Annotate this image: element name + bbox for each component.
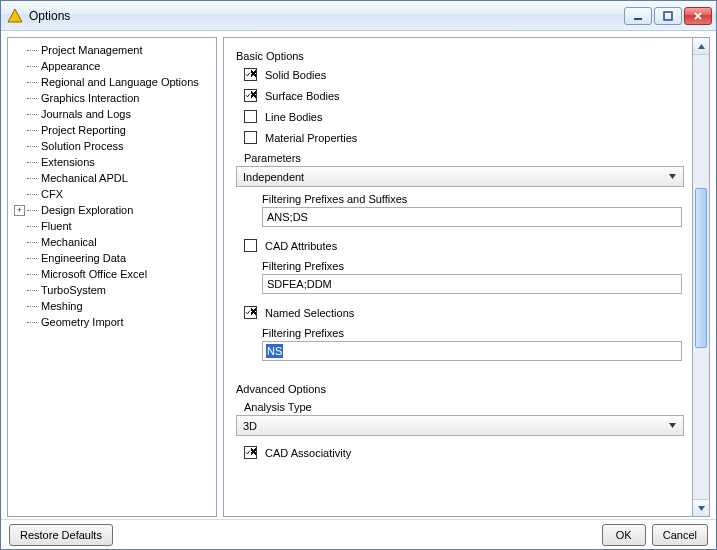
options-window: Options Project ManagementAppearanceRegi…: [0, 0, 717, 550]
tree-item[interactable]: Project Reporting: [12, 122, 216, 138]
tree-item[interactable]: Mechanical: [12, 234, 216, 250]
dialog-footer: Restore Defaults OK Cancel: [1, 519, 716, 549]
cad-associativity-row[interactable]: CAD Associativity: [244, 446, 680, 459]
tree-connector-icon: [27, 194, 37, 195]
restore-defaults-button[interactable]: Restore Defaults: [9, 524, 113, 546]
tree-connector-icon: [27, 226, 37, 227]
tree-item-label: Microsoft Office Excel: [39, 268, 149, 280]
tree-connector-icon: [27, 274, 37, 275]
tree-item-label: Mechanical APDL: [39, 172, 130, 184]
tree-item[interactable]: Meshing: [12, 298, 216, 314]
chevron-down-icon: [664, 168, 681, 185]
tree-item-label: Meshing: [39, 300, 85, 312]
tree-item[interactable]: Journals and Logs: [12, 106, 216, 122]
tree-connector-icon: [27, 322, 37, 323]
cancel-button[interactable]: Cancel: [652, 524, 708, 546]
svg-rect-2: [664, 12, 672, 20]
ok-button[interactable]: OK: [602, 524, 646, 546]
tree-item-label: Graphics Interaction: [39, 92, 141, 104]
svg-marker-0: [8, 9, 22, 22]
tree-item[interactable]: Geometry Import: [12, 314, 216, 330]
tree-item-label: Appearance: [39, 60, 102, 72]
parameters-label: Parameters: [244, 152, 680, 164]
tree-expand-spacer: [14, 45, 25, 56]
category-tree[interactable]: Project ManagementAppearanceRegional and…: [7, 37, 217, 517]
cad-associativity-label: CAD Associativity: [265, 447, 351, 459]
tree-connector-icon: [27, 66, 37, 67]
named-selections-row[interactable]: Named Selections: [244, 306, 680, 319]
tree-expand-icon[interactable]: +: [14, 205, 25, 216]
titlebar: Options: [1, 1, 716, 31]
scrollbar-thumb[interactable]: [695, 188, 707, 348]
tree-item[interactable]: +Design Exploration: [12, 202, 216, 218]
tree-item[interactable]: Extensions: [12, 154, 216, 170]
scroll-down-arrow-icon[interactable]: [693, 499, 709, 516]
tree-expand-spacer: [14, 173, 25, 184]
tree-expand-spacer: [14, 93, 25, 104]
surface-bodies-label: Surface Bodies: [265, 90, 340, 102]
analysis-type-label: Analysis Type: [244, 401, 680, 413]
analysis-type-dropdown[interactable]: 3D: [236, 415, 684, 436]
tree-connector-icon: [27, 210, 37, 211]
close-button[interactable]: [684, 7, 712, 25]
parameters-dropdown[interactable]: Independent: [236, 166, 684, 187]
ns-filter-label: Filtering Prefixes: [262, 327, 680, 339]
tree-item[interactable]: Graphics Interaction: [12, 90, 216, 106]
tree-item-label: Extensions: [39, 156, 97, 168]
cad-filter-input[interactable]: [262, 274, 682, 294]
cad-attributes-checkbox[interactable]: [244, 239, 257, 252]
cad-filter-label: Filtering Prefixes: [262, 260, 680, 272]
tree-expand-spacer: [14, 221, 25, 232]
maximize-button[interactable]: [654, 7, 682, 25]
tree-item[interactable]: Project Management: [12, 42, 216, 58]
tree-expand-spacer: [14, 317, 25, 328]
tree-item[interactable]: Solution Process: [12, 138, 216, 154]
vertical-scrollbar[interactable]: [693, 37, 710, 517]
named-selections-checkbox[interactable]: [244, 306, 257, 319]
tree-connector-icon: [27, 130, 37, 131]
cad-associativity-checkbox[interactable]: [244, 446, 257, 459]
tree-item-label: Journals and Logs: [39, 108, 133, 120]
tree-connector-icon: [27, 146, 37, 147]
tree-connector-icon: [27, 50, 37, 51]
line-bodies-row[interactable]: Line Bodies: [244, 110, 680, 123]
tree-connector-icon: [27, 290, 37, 291]
ns-filter-selected-text: NS: [266, 344, 283, 358]
tree-item-label: Mechanical: [39, 236, 99, 248]
scroll-up-arrow-icon[interactable]: [693, 38, 709, 55]
tree-item-label: Project Management: [39, 44, 145, 56]
tree-expand-spacer: [14, 269, 25, 280]
surface-bodies-checkbox[interactable]: [244, 89, 257, 102]
tree-expand-spacer: [14, 109, 25, 120]
ns-filter-input[interactable]: [262, 341, 682, 361]
material-properties-row[interactable]: Material Properties: [244, 131, 680, 144]
tree-item[interactable]: Engineering Data: [12, 250, 216, 266]
tree-connector-icon: [27, 178, 37, 179]
solid-bodies-label: Solid Bodies: [265, 69, 326, 81]
minimize-button[interactable]: [624, 7, 652, 25]
tree-item-label: Geometry Import: [39, 316, 126, 328]
cad-attributes-row[interactable]: CAD Attributes: [244, 239, 680, 252]
param-filter-input[interactable]: [262, 207, 682, 227]
tree-expand-spacer: [14, 157, 25, 168]
tree-item[interactable]: CFX: [12, 186, 216, 202]
analysis-type-value: 3D: [243, 420, 257, 432]
solid-bodies-checkbox[interactable]: [244, 68, 257, 81]
line-bodies-label: Line Bodies: [265, 111, 323, 123]
chevron-down-icon: [664, 417, 681, 434]
tree-connector-icon: [27, 82, 37, 83]
line-bodies-checkbox[interactable]: [244, 110, 257, 123]
solid-bodies-row[interactable]: Solid Bodies: [244, 68, 680, 81]
surface-bodies-row[interactable]: Surface Bodies: [244, 89, 680, 102]
tree-item[interactable]: Appearance: [12, 58, 216, 74]
tree-connector-icon: [27, 98, 37, 99]
tree-item[interactable]: Regional and Language Options: [12, 74, 216, 90]
tree-item-label: Project Reporting: [39, 124, 128, 136]
material-properties-checkbox[interactable]: [244, 131, 257, 144]
tree-item-label: Solution Process: [39, 140, 126, 152]
tree-item[interactable]: TurboSystem: [12, 282, 216, 298]
tree-expand-spacer: [14, 125, 25, 136]
tree-item[interactable]: Microsoft Office Excel: [12, 266, 216, 282]
tree-item[interactable]: Fluent: [12, 218, 216, 234]
tree-item[interactable]: Mechanical APDL: [12, 170, 216, 186]
